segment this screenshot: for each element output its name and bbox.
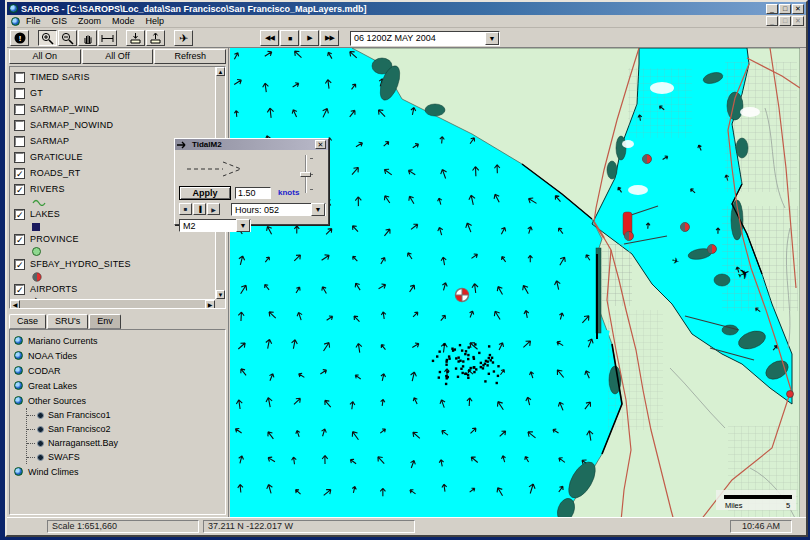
menu-mode[interactable]: Mode	[112, 16, 135, 26]
layer-label: GRATICULE	[30, 152, 83, 162]
layer-checkbox[interactable]: ✓	[15, 235, 24, 244]
scroll-left-icon[interactable]: ◀	[10, 300, 20, 309]
dialog-title-bar[interactable]: TidalM2 ✕	[175, 139, 328, 150]
layer-checkbox[interactable]	[15, 89, 24, 98]
chevron-down-icon[interactable]: ▼	[485, 32, 499, 45]
tidal-dialog[interactable]: TidalM2 ✕ Apply knots ■ ▐ ▶	[174, 138, 329, 225]
layer-checkbox[interactable]	[15, 153, 24, 162]
tree-child-item[interactable]: San Francisco1	[27, 408, 223, 422]
datetime-combo[interactable]: 06 1200Z MAY 2004 ▼	[350, 31, 500, 46]
step-forward-button[interactable]: ▶▶	[320, 30, 339, 46]
globe-icon	[14, 351, 23, 360]
menu-zoom[interactable]: Zoom	[78, 16, 101, 26]
tree-child-item[interactable]: San Francisco2	[27, 422, 223, 436]
step-back-button[interactable]: ◀◀	[260, 30, 279, 46]
layer-row[interactable]: SARMAP_NOWIND	[13, 117, 213, 133]
layer-checkbox[interactable]: ✓	[15, 210, 24, 219]
sru-tool-button[interactable]: ✈	[174, 30, 193, 46]
tree-item[interactable]: Great Lakes	[12, 378, 223, 393]
map-canvas[interactable]: ✈ ✈ Miles 5	[230, 48, 800, 521]
layer-checkbox[interactable]: ✓	[15, 185, 24, 194]
play-button[interactable]: ▶	[300, 30, 319, 46]
datum-marker[interactable]	[456, 289, 469, 302]
tree-item[interactable]: Mariano Currents	[12, 333, 223, 348]
mdi-restore-button[interactable]: □	[779, 16, 791, 26]
layer-export-button[interactable]	[146, 30, 165, 46]
tab-case[interactable]: Case	[9, 314, 46, 329]
restore-button[interactable]: □	[779, 4, 791, 14]
layer-label: TIMED SARIS	[30, 72, 90, 82]
layer-list-hscrollbar[interactable]: ◀ ▶	[10, 299, 215, 308]
close-button[interactable]: ✕	[792, 4, 804, 14]
measure-tool-button[interactable]	[98, 30, 117, 46]
tree-child-item[interactable]: SWAFS	[27, 450, 223, 464]
layer-checkbox[interactable]	[15, 105, 24, 114]
constituent-combo[interactable]: M2 ▼	[179, 219, 251, 232]
zoom-out-tool-button[interactable]	[58, 30, 77, 46]
tab-srus[interactable]: SRU's	[47, 314, 88, 329]
dialog-play-button[interactable]: ▶	[207, 203, 220, 215]
layer-row[interactable]: TIMED SARIS	[13, 69, 213, 85]
menu-gis[interactable]: GIS	[52, 16, 68, 26]
slider-thumb[interactable]	[300, 172, 311, 177]
app-window: SAROPS - [C:\SAROPS\Loc_data\San Francis…	[5, 0, 808, 537]
lakes-symbol	[32, 223, 40, 231]
info-tool-button[interactable]: !	[10, 30, 29, 46]
mdi-close-button[interactable]: ✕	[792, 16, 804, 26]
layer-checkbox[interactable]: ✓	[15, 285, 24, 294]
refresh-button[interactable]: Refresh	[154, 49, 226, 64]
tab-env[interactable]: Env	[89, 314, 121, 329]
all-off-button[interactable]: All Off	[82, 49, 154, 64]
menu-file[interactable]: File	[26, 16, 41, 26]
layer-row[interactable]: ✓PROVINCE	[13, 231, 213, 247]
scroll-right-icon[interactable]: ▶	[205, 300, 215, 309]
minimize-button[interactable]: _	[766, 4, 778, 14]
rivers-symbol	[32, 198, 48, 206]
layer-export-icon	[149, 32, 162, 44]
scroll-up-icon[interactable]: ▲	[216, 67, 225, 76]
dialog-stop-button[interactable]: ■	[179, 203, 192, 215]
globe-icon	[14, 336, 23, 345]
layer-import-icon	[129, 32, 142, 44]
svg-text:✈: ✈	[179, 32, 188, 44]
tree-item-label: Wind Climes	[28, 467, 79, 477]
scale-indicator: Scale 1:651,660	[47, 520, 199, 533]
tree-child-item[interactable]: Narragansett.Bay	[27, 436, 223, 450]
zoom-in-icon	[41, 32, 54, 45]
tree-item[interactable]: NOAA Tides	[12, 348, 223, 363]
units-label: knots	[278, 188, 299, 197]
menu-help[interactable]: Help	[146, 16, 165, 26]
hours-combo[interactable]: Hours: 052 ▼	[231, 203, 326, 216]
tree-item[interactable]: Other Sources	[12, 393, 223, 408]
layer-row[interactable]: SARMAP_WIND	[13, 101, 213, 117]
datetime-value: 06 1200Z MAY 2004	[351, 33, 485, 43]
pan-tool-button[interactable]	[78, 30, 97, 46]
layer-checkbox[interactable]: ✓	[15, 260, 24, 269]
layer-import-button[interactable]	[126, 30, 145, 46]
stop-button[interactable]: ■	[280, 30, 299, 46]
svg-text:!: !	[18, 34, 21, 43]
layer-checkbox[interactable]	[15, 121, 24, 130]
chevron-down-icon[interactable]: ▼	[311, 203, 325, 216]
layer-row[interactable]: GT	[13, 85, 213, 101]
scroll-down-icon[interactable]: ▼	[216, 290, 225, 299]
tree-item[interactable]: CODAR	[12, 363, 223, 378]
apply-button[interactable]: Apply	[179, 186, 231, 200]
zoom-in-tool-button[interactable]	[38, 30, 57, 46]
chevron-down-icon[interactable]: ▼	[236, 219, 250, 232]
layer-row[interactable]: ✓SFBAY_HYDRO_SITES	[13, 256, 213, 272]
mdi-minimize-button[interactable]: _	[766, 16, 778, 26]
dialog-close-icon[interactable]: ✕	[315, 140, 326, 149]
dialog-pause-button[interactable]: ▐	[193, 203, 206, 215]
layer-label: SARMAP_WIND	[30, 104, 99, 114]
speed-input[interactable]	[235, 187, 271, 199]
tree-item[interactable]: Wind Climes	[12, 464, 223, 479]
title-bar[interactable]: SAROPS - [C:\SAROPS\Loc_data\San Francis…	[7, 2, 806, 15]
layer-checkbox[interactable]	[15, 137, 24, 146]
layer-row[interactable]: ✓AIRPORTS	[13, 281, 213, 297]
all-on-button[interactable]: All On	[9, 49, 81, 64]
layer-checkbox[interactable]: ✓	[15, 169, 24, 178]
speed-slider[interactable]	[298, 155, 314, 193]
map-viewport[interactable]: ✈ ✈ Miles 5	[230, 48, 800, 521]
layer-checkbox[interactable]	[15, 73, 24, 82]
